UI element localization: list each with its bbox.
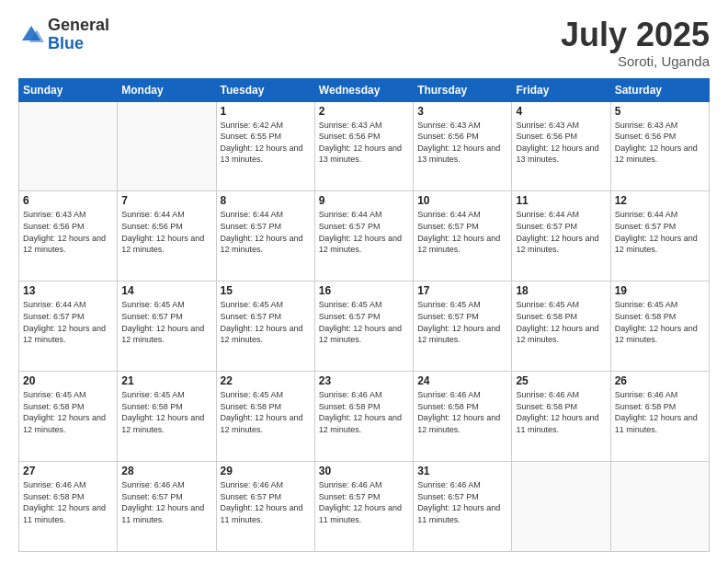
calendar-cell: 29Sunrise: 6:46 AM Sunset: 6:57 PM Dayli… [216,462,314,552]
calendar-cell: 7Sunrise: 6:44 AM Sunset: 6:56 PM Daylig… [118,191,216,282]
calendar-cell [512,462,610,552]
calendar-cell: 14Sunrise: 6:45 AM Sunset: 6:57 PM Dayli… [118,282,216,372]
day-info: Sunrise: 6:43 AM Sunset: 6:56 PM Dayligh… [417,120,507,166]
calendar-cell: 3Sunrise: 6:43 AM Sunset: 6:56 PM Daylig… [414,101,512,191]
calendar-cell: 18Sunrise: 6:45 AM Sunset: 6:58 PM Dayli… [512,282,610,372]
day-info: Sunrise: 6:45 AM Sunset: 6:57 PM Dayligh… [319,299,409,345]
day-info: Sunrise: 6:44 AM Sunset: 6:56 PM Dayligh… [121,209,211,255]
day-number: 15 [221,284,311,297]
calendar-cell: 27Sunrise: 6:46 AM Sunset: 6:58 PM Dayli… [19,462,118,552]
day-info: Sunrise: 6:45 AM Sunset: 6:58 PM Dayligh… [23,389,113,435]
weekday-header-saturday: Saturday [610,78,709,101]
day-number: 23 [319,374,409,387]
day-number: 21 [121,374,211,387]
day-number: 9 [319,194,409,207]
month-title: July 2025 [561,17,710,53]
calendar-cell: 9Sunrise: 6:44 AM Sunset: 6:57 PM Daylig… [314,191,413,282]
logo-general: General [48,16,109,34]
calendar-cell: 1Sunrise: 6:42 AM Sunset: 6:55 PM Daylig… [216,101,314,191]
day-number: 1 [221,105,311,118]
day-number: 22 [221,374,311,387]
weekday-header-row: SundayMondayTuesdayWednesdayThursdayFrid… [19,78,710,101]
day-number: 7 [121,194,211,207]
day-number: 30 [319,465,409,477]
calendar-cell: 10Sunrise: 6:44 AM Sunset: 6:57 PM Dayli… [414,191,512,282]
week-row-1: 1Sunrise: 6:42 AM Sunset: 6:55 PM Daylig… [19,101,710,191]
header: General Blue July 2025 Soroti, Uganda [18,17,710,69]
day-number: 6 [23,194,113,207]
week-row-2: 6Sunrise: 6:43 AM Sunset: 6:56 PM Daylig… [19,191,710,282]
calendar-cell: 25Sunrise: 6:46 AM Sunset: 6:58 PM Dayli… [512,372,610,462]
calendar-cell [19,101,118,191]
day-info: Sunrise: 6:46 AM Sunset: 6:57 PM Dayligh… [417,479,507,525]
calendar-cell: 23Sunrise: 6:46 AM Sunset: 6:58 PM Dayli… [314,372,413,462]
calendar-cell: 13Sunrise: 6:44 AM Sunset: 6:57 PM Dayli… [19,282,118,372]
calendar-cell: 26Sunrise: 6:46 AM Sunset: 6:58 PM Dayli… [610,372,709,462]
day-number: 18 [516,284,606,297]
title-block: July 2025 Soroti, Uganda [561,17,710,69]
calendar-cell: 12Sunrise: 6:44 AM Sunset: 6:57 PM Dayli… [610,191,709,282]
day-number: 29 [221,465,311,477]
calendar-cell: 21Sunrise: 6:45 AM Sunset: 6:58 PM Dayli… [118,372,216,462]
calendar-cell: 8Sunrise: 6:44 AM Sunset: 6:57 PM Daylig… [216,191,314,282]
logo: General Blue [18,17,109,53]
day-number: 16 [319,284,409,297]
day-number: 5 [615,105,705,118]
day-number: 31 [417,465,507,477]
day-info: Sunrise: 6:46 AM Sunset: 6:57 PM Dayligh… [221,479,311,525]
calendar-cell: 24Sunrise: 6:46 AM Sunset: 6:58 PM Dayli… [414,372,512,462]
weekday-header-friday: Friday [512,78,610,101]
calendar-cell: 4Sunrise: 6:43 AM Sunset: 6:56 PM Daylig… [512,101,610,191]
calendar-table: SundayMondayTuesdayWednesdayThursdayFrid… [18,78,710,552]
day-number: 3 [417,105,507,118]
calendar-cell: 28Sunrise: 6:46 AM Sunset: 6:57 PM Dayli… [118,462,216,552]
day-info: Sunrise: 6:45 AM Sunset: 6:58 PM Dayligh… [615,299,705,345]
day-number: 2 [319,105,409,118]
day-info: Sunrise: 6:44 AM Sunset: 6:57 PM Dayligh… [417,209,507,255]
week-row-5: 27Sunrise: 6:46 AM Sunset: 6:58 PM Dayli… [19,462,710,552]
calendar-cell: 5Sunrise: 6:43 AM Sunset: 6:56 PM Daylig… [610,101,709,191]
day-info: Sunrise: 6:46 AM Sunset: 6:58 PM Dayligh… [417,389,507,435]
day-info: Sunrise: 6:45 AM Sunset: 6:57 PM Dayligh… [221,299,311,345]
calendar-cell: 20Sunrise: 6:45 AM Sunset: 6:58 PM Dayli… [19,372,118,462]
day-info: Sunrise: 6:46 AM Sunset: 6:58 PM Dayligh… [319,389,409,435]
week-row-3: 13Sunrise: 6:44 AM Sunset: 6:57 PM Dayli… [19,282,710,372]
calendar-cell: 17Sunrise: 6:45 AM Sunset: 6:57 PM Dayli… [414,282,512,372]
weekday-header-tuesday: Tuesday [216,78,314,101]
calendar-cell: 11Sunrise: 6:44 AM Sunset: 6:57 PM Dayli… [512,191,610,282]
day-number: 19 [615,284,705,297]
day-number: 28 [121,465,211,477]
day-number: 8 [221,194,311,207]
location: Soroti, Uganda [561,53,710,69]
calendar-cell: 2Sunrise: 6:43 AM Sunset: 6:56 PM Daylig… [314,101,413,191]
day-info: Sunrise: 6:44 AM Sunset: 6:57 PM Dayligh… [615,209,705,255]
day-number: 13 [23,284,113,297]
calendar-cell: 22Sunrise: 6:45 AM Sunset: 6:58 PM Dayli… [216,372,314,462]
day-number: 26 [615,374,705,387]
day-info: Sunrise: 6:43 AM Sunset: 6:56 PM Dayligh… [319,120,409,166]
page: General Blue July 2025 Soroti, Uganda Su… [0,0,728,563]
day-info: Sunrise: 6:45 AM Sunset: 6:57 PM Dayligh… [121,299,211,345]
calendar-cell: 15Sunrise: 6:45 AM Sunset: 6:57 PM Dayli… [216,282,314,372]
calendar-cell: 6Sunrise: 6:43 AM Sunset: 6:56 PM Daylig… [19,191,118,282]
calendar-cell: 31Sunrise: 6:46 AM Sunset: 6:57 PM Dayli… [414,462,512,552]
day-info: Sunrise: 6:43 AM Sunset: 6:56 PM Dayligh… [23,209,113,255]
day-info: Sunrise: 6:44 AM Sunset: 6:57 PM Dayligh… [23,299,113,345]
day-info: Sunrise: 6:45 AM Sunset: 6:58 PM Dayligh… [221,389,311,435]
day-number: 12 [615,194,705,207]
day-info: Sunrise: 6:45 AM Sunset: 6:58 PM Dayligh… [121,389,211,435]
day-info: Sunrise: 6:43 AM Sunset: 6:56 PM Dayligh… [615,120,705,166]
day-info: Sunrise: 6:42 AM Sunset: 6:55 PM Dayligh… [221,120,311,166]
day-number: 17 [417,284,507,297]
weekday-header-monday: Monday [118,78,216,101]
day-info: Sunrise: 6:46 AM Sunset: 6:57 PM Dayligh… [121,479,211,525]
calendar-cell: 19Sunrise: 6:45 AM Sunset: 6:58 PM Dayli… [610,282,709,372]
day-number: 4 [516,105,606,118]
calendar-cell: 30Sunrise: 6:46 AM Sunset: 6:57 PM Dayli… [314,462,413,552]
day-info: Sunrise: 6:46 AM Sunset: 6:57 PM Dayligh… [319,479,409,525]
day-info: Sunrise: 6:46 AM Sunset: 6:58 PM Dayligh… [615,389,705,435]
calendar-cell: 16Sunrise: 6:45 AM Sunset: 6:57 PM Dayli… [314,282,413,372]
day-info: Sunrise: 6:44 AM Sunset: 6:57 PM Dayligh… [516,209,606,255]
logo-text: General Blue [48,17,109,53]
day-number: 10 [417,194,507,207]
